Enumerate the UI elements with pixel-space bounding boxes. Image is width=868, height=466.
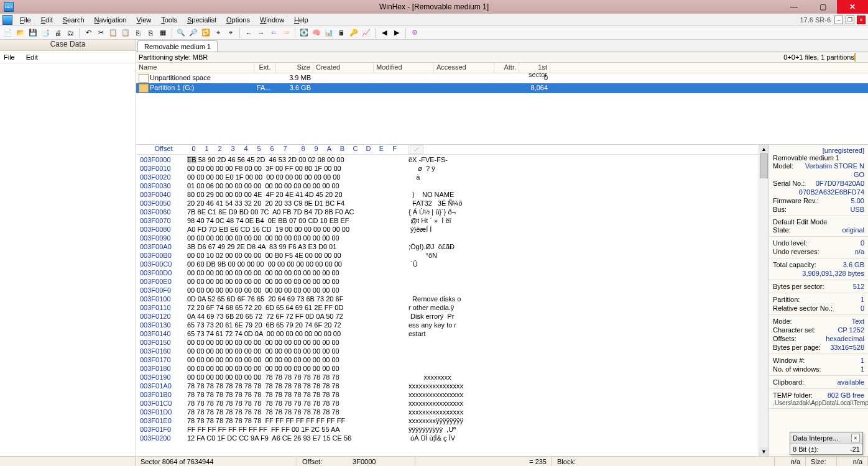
copy-button[interactable]: 📋 [108,27,119,39]
menu-file[interactable]: File [15,15,36,25]
menu-window[interactable]: Window [255,15,289,25]
hex-row[interactable]: 003F019000 00 00 00 00 00 00 00 78 78 78… [140,373,755,381]
hex-row[interactable]: 003F0000EB 58 90 2D 46 56 45 2D 46 53 2D… [140,155,755,164]
close-button[interactable]: ✕ [837,0,868,14]
disk-open-button[interactable]: 💽 [298,27,310,39]
hex-row[interactable]: 003F00A03B D6 67 49 29 2E D8 4A 83 99 F6… [140,242,755,251]
menu-specialist[interactable]: Specialist [182,15,221,25]
mdi-restore-button[interactable]: ❐ [846,16,854,24]
hex-row[interactable]: 003F01E078 78 78 78 78 78 78 78 FF FF FF… [140,416,755,425]
hex-row[interactable]: 003F002000 00 00 00 E0 1F 00 00 00 00 00… [140,173,755,181]
nav-prev-button[interactable]: ⇐ [268,27,279,39]
hex-row[interactable]: 003F00F000 00 00 00 00 00 00 00 00 00 00… [140,286,755,295]
col-modified[interactable]: Modified [374,63,434,73]
minimize-button[interactable]: — [780,0,808,14]
col-accessed[interactable]: Accessed [434,63,494,73]
scroll-thumb[interactable] [760,153,768,178]
list-item[interactable]: Partition 1 (G:)FA...3.6 GB8,064 [136,83,868,93]
unregistered-link[interactable]: [unregistered] [773,147,864,154]
nav-forward-button[interactable]: → [256,27,267,39]
save-button[interactable]: 💾 [27,27,39,39]
col-attr[interactable]: Attr. [494,63,519,73]
goto-button[interactable]: ⌖ [213,27,224,39]
mdi-close-button[interactable]: × [857,16,866,24]
interp-close-button[interactable]: × [851,434,860,442]
hex-row[interactable]: 003F009000 00 00 00 00 00 00 00 00 00 00… [140,234,755,242]
hex-row[interactable]: 003F001000 00 00 00 00 F8 00 00 3F 00 FF… [140,164,755,173]
file-list-header[interactable]: Name Ext. Size Created Modified Accessed… [136,63,868,73]
nav-back-button[interactable]: ← [243,27,254,39]
hex-row[interactable]: 003F00E000 00 00 00 00 00 00 00 00 00 00… [140,277,755,286]
hex-row[interactable]: 003F014065 73 74 61 72 74 0D 0A 00 00 00… [140,329,755,338]
case-file-menu[interactable]: File [4,53,15,61]
replace-button[interactable]: 🔁 [200,27,211,39]
hex-row[interactable]: 003F01D078 78 78 78 78 78 78 78 78 78 78… [140,408,755,416]
col-ext[interactable]: Ext. [254,63,276,73]
folder-icon[interactable] [854,53,856,62]
calc-button[interactable]: 🖩 [336,27,347,39]
props-button[interactable]: 🗂 [65,27,76,39]
hash-button[interactable]: 🔑 [348,27,359,39]
block-button[interactable]: ▦ [157,27,169,39]
hex-row[interactable]: 003F00B000 00 10 02 00 00 00 00 00 B0 F5… [140,251,755,260]
menu-edit[interactable]: Edit [36,15,58,25]
list-item[interactable]: Unpartitioned space3.9 MB0 [136,73,868,83]
menu-tools[interactable]: Tools [156,15,182,25]
col-size[interactable]: Size [276,63,313,73]
cut-button[interactable]: ✂ [95,27,106,39]
tpl-button[interactable]: 📊 [323,27,335,39]
hex-row[interactable]: 003F01200A 44 69 73 6B 20 65 72 72 6F 72… [140,312,755,321]
paste-button[interactable]: 📋 [120,27,131,39]
new-button[interactable]: 📄 [2,27,14,39]
hex-row[interactable]: 003F01000D 0A 52 65 6D 6F 76 65 20 64 69… [140,295,755,303]
menu-search[interactable]: Search [58,15,90,25]
saveas-button[interactable]: 📑 [40,27,51,39]
analyze-button[interactable]: 📈 [361,27,372,39]
goto2-button[interactable]: ⌖ [225,27,236,39]
hex-row[interactable]: 003F003001 00 06 00 00 00 00 00 00 00 00… [140,181,755,190]
hex-row[interactable]: 003F0080A0 FD 7D EB E6 CD 16 CD 19 00 00… [140,225,755,234]
tab-medium[interactable]: Removable medium 1 [137,40,218,52]
mdi-minimize-button[interactable]: – [834,16,843,24]
copyhex-button[interactable]: ⎘ [132,27,144,39]
hex-row[interactable]: 003F01B078 78 78 78 78 78 78 78 78 78 78… [140,390,755,399]
ram-button[interactable]: 🧠 [311,27,322,39]
hex-scrollbar[interactable]: ▲ ▼ [759,145,769,456]
hex-row[interactable]: 003F017000 00 00 00 00 00 00 00 00 00 00… [140,355,755,364]
col-first-sector[interactable]: 1st sector [519,63,550,73]
nav-next-button[interactable]: ⇒ [280,27,292,39]
maximize-button[interactable]: ▢ [808,0,837,14]
menu-view[interactable]: View [132,15,157,25]
open-button[interactable]: 📂 [15,27,26,39]
menu-options[interactable]: Options [221,15,255,25]
undo-button[interactable]: ↶ [83,27,94,39]
col-created[interactable]: Created [313,63,374,73]
hex-row[interactable]: 003F00607B 8E C1 8E D9 BD 00 7C A0 FB 7D… [140,208,755,216]
pos1-button[interactable]: ◀ [379,27,390,39]
hex-row[interactable]: 003F016000 00 00 00 00 00 00 00 00 00 00… [140,347,755,355]
pastehex-button[interactable]: ⎘ [145,27,156,39]
hex-row[interactable]: 003F013065 73 73 20 61 6E 79 20 6B 65 79… [140,321,755,329]
find-hex-button[interactable]: 🔎 [188,27,199,39]
print-button[interactable]: 🖨 [52,27,63,39]
col-name[interactable]: Name [136,63,254,73]
hex-row[interactable]: 003F011072 20 6F 74 68 65 72 20 6D 65 64… [140,303,755,312]
menu-navigation[interactable]: Navigation [90,15,132,25]
hex-row[interactable]: 003F01A078 78 78 78 78 78 78 78 78 78 78… [140,381,755,390]
case-edit-menu[interactable]: Edit [26,53,38,61]
pos2-button[interactable]: ▶ [391,27,402,39]
hex-slider-icon[interactable]: ⟋ [409,145,423,154]
scroll-down-button[interactable]: ▼ [759,447,769,456]
hex-view[interactable]: Offset 0123456789ABCDEF ⟋ 003F0000EB 58 … [136,145,759,456]
options-button[interactable]: ⚙ [409,27,420,39]
data-interpreter-window[interactable]: Data Interpre...× 8 Bit (±):-21 [790,432,863,455]
hex-row[interactable]: 003F01F0FF FF FF FF FF FF FF FF FF FF 00… [140,425,755,434]
hex-row[interactable]: 003F005020 20 46 41 54 33 32 20 20 20 33… [140,199,755,208]
find-text-button[interactable]: 🔍 [175,27,187,39]
hex-row[interactable]: 003F00D000 00 00 00 00 00 00 00 00 00 00… [140,268,755,277]
hex-row[interactable]: 003F01C078 78 78 78 78 78 78 78 78 78 78… [140,399,755,408]
hex-row[interactable]: 003F004080 00 29 00 00 00 00 4E 4F 20 4E… [140,190,755,199]
hex-row[interactable]: 003F00C000 60 DB 9B 00 00 00 00 00 00 00… [140,260,755,268]
hex-row[interactable]: 003F007098 40 74 0C 48 74 0E B4 0E BB 07… [140,216,755,225]
hex-row[interactable]: 003F020012 FA C0 1F DC CC 9A F9 A6 CE 26… [140,434,755,442]
